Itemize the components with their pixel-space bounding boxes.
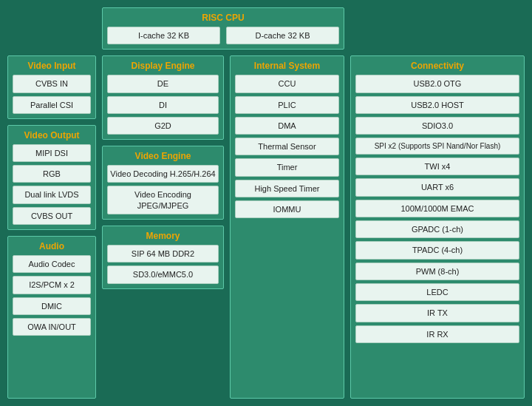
video-engine-item-1: Video Encoding JPEG/MJPEG	[107, 186, 219, 214]
video-input-items: CVBS IN Parallel CSI	[13, 75, 91, 114]
display-engine-item-0: DE	[107, 75, 219, 92]
video-engine-item-0: Video Decoding H.265/H.264	[107, 165, 219, 183]
connectivity-item-10: LEDC	[355, 283, 519, 301]
video-output-item-1: RGB	[13, 165, 91, 183]
audio-item-2: DMIC	[13, 297, 91, 315]
display-engine-item-1: DI	[107, 96, 219, 114]
video-input-section: Video Input CVBS IN Parallel CSI	[7, 55, 96, 119]
memory-item-1: SD3.0/eMMC5.0	[107, 265, 219, 283]
video-input-item-1: Parallel CSI	[13, 96, 91, 114]
audio-section: Audio Audio Codec I2S/PCM x 2 DMIC OWA I…	[7, 236, 96, 399]
connectivity-item-5: UART x6	[355, 178, 519, 196]
risc-cpu-item-1: D-cache 32 KB	[226, 27, 339, 44]
connectivity-item-2: SDIO3.0	[355, 117, 519, 135]
video-output-item-2: Dual link LVDS	[13, 186, 91, 203]
connectivity-item-0: USB2.0 OTG	[355, 75, 519, 92]
video-engine-title: Video Engine	[107, 151, 219, 161]
diagram-page: RISC CPU I-cache 32 KB D-cache 32 KB Vid…	[0, 0, 532, 406]
video-engine-items: Video Decoding H.265/H.264 Video Encodin…	[107, 165, 219, 214]
display-engine-item-2: G2D	[107, 117, 219, 135]
connectivity-item-7: GPADC (1-ch)	[355, 220, 519, 238]
internal-item-0: CCU	[235, 75, 339, 92]
display-engine-title: Display Engine	[107, 61, 219, 71]
memory-title: Memory	[107, 231, 219, 241]
internal-system-title: Internal System	[235, 61, 339, 71]
internal-item-6: IOMMU	[235, 200, 339, 218]
memory-item-0: SIP 64 MB DDR2	[107, 245, 219, 263]
connectivity-item-1: USB2.0 HOST	[355, 96, 519, 114]
internal-item-3: Thermal Sensor	[235, 138, 339, 155]
connectivity-item-11: IR TX	[355, 304, 519, 322]
audio-items: Audio Codec I2S/PCM x 2 DMIC OWA IN/OUT	[13, 255, 91, 336]
audio-item-0: Audio Codec	[13, 255, 91, 273]
connectivity-item-6: 100M/1000M EMAC	[355, 200, 519, 217]
video-output-item-3: CVBS OUT	[13, 207, 91, 225]
connectivity-items: USB2.0 OTG USB2.0 HOST SDIO3.0 SPI x2 (S…	[355, 75, 519, 343]
video-input-title: Video Input	[13, 61, 91, 71]
risc-cpu-title: RISC CPU	[107, 13, 339, 23]
connectivity-item-8: TPADC (4-ch)	[355, 241, 519, 259]
audio-item-1: I2S/PCM x 2	[13, 276, 91, 294]
video-output-item-0: MIPI DSI	[13, 144, 91, 162]
internal-item-2: DMA	[235, 117, 339, 135]
risc-cpu-items: I-cache 32 KB D-cache 32 KB	[107, 27, 339, 44]
video-output-items: MIPI DSI RGB Dual link LVDS CVBS OUT	[13, 144, 91, 225]
memory-items: SIP 64 MB DDR2 SD3.0/eMMC5.0	[107, 245, 219, 284]
video-output-title: Video Output	[13, 130, 91, 141]
connectivity-item-3: SPI x2 (Supports SPI Nand/Nor Flash)	[355, 138, 519, 155]
risc-cpu-section: RISC CPU I-cache 32 KB D-cache 32 KB	[102, 7, 344, 50]
internal-item-5: High Speed Timer	[235, 180, 339, 197]
connectivity-section: Connectivity USB2.0 OTG USB2.0 HOST SDIO…	[350, 55, 525, 399]
display-engine-section: Display Engine DE DI G2D	[102, 55, 224, 140]
connectivity-item-9: PWM (8-ch)	[355, 263, 519, 280]
connectivity-item-4: TWI x4	[355, 158, 519, 175]
internal-system-items: CCU PLIC DMA Thermal Sensor Timer High S…	[235, 75, 339, 218]
connectivity-item-12: IR RX	[355, 325, 519, 343]
connectivity-title: Connectivity	[355, 61, 519, 71]
risc-cpu-item-0: I-cache 32 KB	[107, 27, 220, 44]
internal-item-1: PLIC	[235, 96, 339, 114]
display-engine-items: DE DI G2D	[107, 75, 219, 135]
video-input-item-0: CVBS IN	[13, 75, 91, 92]
audio-title: Audio	[13, 241, 91, 251]
video-output-section: Video Output MIPI DSI RGB Dual link LVDS…	[7, 125, 96, 230]
audio-item-3: OWA IN/OUT	[13, 318, 91, 336]
internal-item-4: Timer	[235, 158, 339, 176]
memory-section: Memory SIP 64 MB DDR2 SD3.0/eMMC5.0	[102, 226, 224, 289]
internal-system-section: Internal System CCU PLIC DMA Thermal Sen…	[230, 55, 344, 399]
video-engine-section: Video Engine Video Decoding H.265/H.264 …	[102, 146, 224, 220]
